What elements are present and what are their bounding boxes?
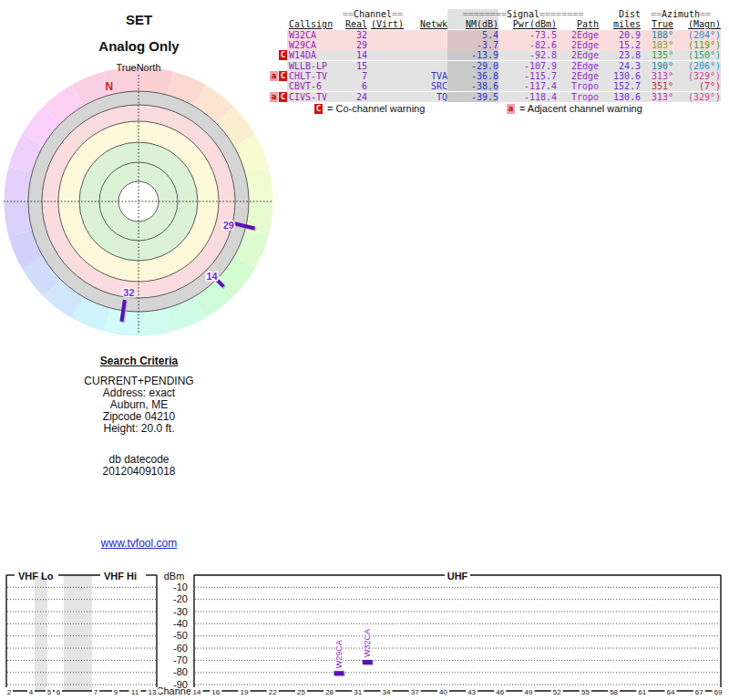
channel-tick-9: 9 — [114, 688, 118, 696]
cell-azimuth-magn: (206°) — [673, 61, 721, 71]
shaded-band-1 — [64, 576, 92, 692]
cell-azimuth-true: 313° — [641, 71, 673, 81]
search-criteria-lines: CURRENT+PENDINGAddress: exactAuburn, MEZ… — [0, 376, 278, 435]
channel-tick-43: 43 — [467, 688, 476, 696]
cell-callsign: CBVT-6 — [287, 81, 342, 91]
compass-sector — [245, 201, 273, 236]
channel-tick-14: 14 — [193, 688, 201, 696]
cell-netwk — [404, 61, 447, 71]
group-header-dist: Dist — [599, 9, 641, 19]
cell-nm: -13.9 — [447, 50, 498, 60]
channel-tick-13: 13 — [149, 688, 157, 696]
warning-icons: aC — [269, 71, 287, 81]
signal-bar-W29CA — [334, 671, 344, 675]
cell-azimuth-magn: (7°) — [673, 81, 721, 91]
col-callsign: Callsign — [287, 19, 342, 29]
search-criteria-heading: Search Criteria — [0, 355, 278, 367]
signal-strength-chart: -10-20-30-40-50-60-70-80-90VHF LoVHF HiU… — [0, 563, 729, 700]
cell-netwk — [404, 30, 447, 40]
cell-azimuth-magn: (119°) — [673, 40, 721, 50]
tvfool-report: SET Analog Only TrueNorthN322914 ==Chann… — [0, 0, 729, 700]
channel-tick-25: 25 — [297, 688, 305, 696]
row-content: CHLT-TV7TVA-36.8-115.72Edge130.6313°(329… — [287, 71, 721, 81]
marker-label-29: 29 — [223, 220, 234, 231]
bar-label-W32CA: W32CA — [363, 629, 372, 657]
warning-icons — [269, 40, 287, 50]
row-content: W29CA29-3.7-82.62Edge15.2103°(119°) — [287, 40, 721, 50]
table-row: aCCIVS-TV24TQ-39.5-118.4Tropo130.6313°(3… — [269, 92, 724, 102]
cell-netwk — [404, 40, 447, 50]
cell-pwr: -118.4 — [498, 92, 557, 102]
cell-nm: -38.6 — [447, 81, 498, 91]
group-header-azimuth: ==Azimuth== — [641, 9, 721, 19]
co-channel-warning-icon: C — [314, 104, 323, 114]
cell-virt — [367, 81, 404, 91]
cell-miles: 152.7 — [599, 81, 641, 91]
db-datecode-block: db datecode201204091018 — [0, 454, 278, 478]
cell-real: 32 — [342, 30, 367, 40]
cell-virt — [367, 50, 404, 60]
warning-co-icon: C — [279, 50, 287, 60]
ytick-label--10: -10 — [173, 582, 188, 592]
channel-tick-40: 40 — [439, 688, 447, 696]
adjacent-channel-warning-icon: a — [507, 104, 515, 114]
cell-callsign: W29CA — [287, 40, 342, 50]
legend-adjacent-channel: a = Adjacent channel warning — [507, 103, 642, 114]
ytick-label--60: -60 — [173, 643, 188, 654]
cell-callsign: WLLB-LP — [287, 61, 342, 71]
cell-miles: 20.9 — [599, 30, 641, 40]
cell-nm: -3.7 — [447, 40, 498, 50]
compass-sector — [5, 167, 33, 201]
bar-label-W29CA: W29CA — [334, 640, 344, 668]
cell-azimuth-true: 103° — [641, 40, 673, 50]
col-miles: miles — [599, 19, 641, 29]
true-north-label: TrueNorth — [116, 62, 160, 73]
warning-co-icon: C — [279, 71, 287, 81]
row-content: WLLB-LP15-29.0-107.92Edge24.3190°(206°) — [287, 61, 721, 71]
cell-miles: 24.3 — [599, 61, 641, 71]
tvfool-link[interactable]: www.tvfool.com — [101, 537, 177, 550]
col-virt: (Virt) — [367, 19, 404, 29]
col-true: True — [641, 19, 673, 29]
cell-nm: -39.5 — [447, 92, 498, 102]
marker-label-32: 32 — [123, 287, 134, 298]
shaded-band-0 — [35, 576, 47, 692]
table-row: aCCHLT-TV7TVA-36.8-115.72Edge130.6313°(3… — [269, 71, 724, 81]
cell-azimuth-magn: (204°) — [673, 30, 721, 40]
ytick-label--40: -40 — [173, 618, 188, 629]
cell-netwk: TVA — [404, 71, 447, 81]
cell-path: 2Edge — [557, 30, 599, 40]
cell-real: 15 — [342, 61, 367, 71]
search-criteria: Search Criteria CURRENT+PENDINGAddress: … — [0, 355, 278, 478]
row-content: CBVT-66SRC-38.6-117.4Tropo152.7351°(7°) — [287, 81, 721, 91]
table-row: WLLB-LP15-29.0-107.92Edge24.3190°(206°) — [269, 61, 724, 71]
ytick-label--50: -50 — [173, 630, 188, 641]
cell-pwr: -115.7 — [498, 71, 557, 81]
channel-tick-64: 64 — [667, 688, 675, 696]
channel-tick-37: 37 — [411, 688, 419, 696]
compass-sector — [245, 167, 273, 201]
cell-miles: 130.6 — [599, 92, 641, 102]
channel-tick-46: 46 — [496, 688, 504, 696]
cell-azimuth-true: 190° — [641, 61, 673, 71]
warning-icons: aC — [269, 92, 287, 102]
cell-path: Tropo — [557, 81, 599, 91]
channel-tick-4: 4 — [29, 688, 34, 696]
station-table: ==Channel== ========Signal======== Dist … — [269, 9, 724, 102]
search-line: Height: 20.0 ft. — [0, 423, 278, 435]
cell-path: 2Edge — [557, 40, 599, 50]
cell-nm: -29.0 — [447, 61, 498, 71]
cell-path: 2Edge — [557, 50, 599, 60]
row-content: CIVS-TV24TQ-39.5-118.4Tropo130.6313°(329… — [287, 92, 721, 102]
db-line: 201204091018 — [0, 466, 278, 478]
row-content: W32CA325.4-73.52Edge20.9188°(204°) — [287, 30, 721, 40]
channel-tick-22: 22 — [269, 688, 277, 696]
channel-tick-58: 58 — [610, 688, 618, 696]
cell-virt — [367, 61, 404, 71]
cell-azimuth-true: 188° — [641, 30, 673, 40]
channel-tick-31: 31 — [354, 688, 362, 696]
warning-adjacent-icon: a — [270, 92, 278, 102]
channel-tick-5: 5 — [47, 688, 52, 696]
legend-co-channel-text: = Co-channel warning — [327, 103, 425, 114]
nm-column-shading — [447, 9, 498, 29]
